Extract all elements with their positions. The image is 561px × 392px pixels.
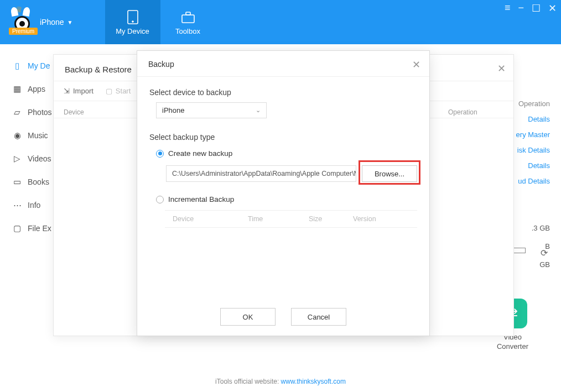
import-button[interactable]: ⇲ Import bbox=[64, 87, 94, 95]
select-device-label: Select device to backup bbox=[149, 88, 417, 97]
incremental-table-header: Device Time Size Version bbox=[165, 210, 417, 228]
logo-area: ♕ Premium iPhone ▼ bbox=[0, 0, 83, 44]
refresh-icon[interactable]: ⟳ bbox=[541, 248, 548, 258]
sidebar-item-label: My De bbox=[28, 61, 50, 70]
backup-path-row: C:\Users\Administrator\AppData\Roaming\A… bbox=[166, 165, 417, 182]
radio-icon bbox=[156, 196, 164, 203]
window-controls: ≡ − ☐ ✕ bbox=[505, 2, 557, 14]
book-icon: ▭ bbox=[12, 177, 22, 187]
info-icon: ⋯ bbox=[12, 200, 22, 210]
radio-incremental[interactable]: Incremental Backup bbox=[149, 193, 417, 206]
close-icon[interactable]: ✕ bbox=[412, 59, 420, 71]
app-header: ♕ Premium iPhone ▼ My Device Toolbox ≡ −… bbox=[0, 0, 561, 44]
import-icon: ⇲ bbox=[64, 87, 70, 95]
dialog-footer: OK Cancel bbox=[137, 308, 429, 326]
cancel-button[interactable]: Cancel bbox=[291, 308, 346, 326]
svg-point-1 bbox=[132, 20, 133, 22]
menu-icon[interactable]: ≡ bbox=[505, 2, 511, 14]
photo-icon: ▱ bbox=[12, 107, 22, 117]
chevron-down-icon: ⌄ bbox=[256, 107, 261, 114]
col-size: Size bbox=[309, 215, 353, 223]
device-label: iPhone bbox=[40, 18, 64, 27]
premium-badge: Premium bbox=[9, 28, 38, 35]
sidebar-item-label: Videos bbox=[28, 154, 51, 163]
website-link[interactable]: www.thinkskysoft.com bbox=[281, 378, 346, 385]
radio-create-new[interactable]: Create new backup bbox=[149, 147, 417, 160]
folder-icon: ▢ bbox=[106, 87, 112, 95]
sidebar-item-label: Info bbox=[28, 201, 40, 210]
device-select[interactable]: iPhone ⌄ bbox=[156, 102, 267, 118]
apps-icon: ▦ bbox=[12, 84, 22, 94]
video-icon: ▷ bbox=[12, 154, 22, 164]
maximize-icon[interactable]: ☐ bbox=[532, 2, 541, 14]
toolbox-icon bbox=[180, 9, 196, 25]
sidebar-item-label: Books bbox=[28, 177, 49, 186]
minimize-icon[interactable]: − bbox=[518, 2, 524, 14]
start-button[interactable]: ▢ Start bbox=[106, 87, 131, 95]
svg-rect-3 bbox=[186, 12, 190, 15]
browse-button[interactable]: Browse... bbox=[362, 165, 417, 182]
ok-button[interactable]: OK bbox=[220, 308, 276, 326]
tablet-icon bbox=[124, 9, 141, 25]
sidebar-item-label: File Ex bbox=[28, 224, 51, 233]
dialog-title: Backup bbox=[137, 51, 429, 77]
radio-icon bbox=[156, 150, 164, 158]
col-version: Version bbox=[353, 215, 403, 223]
col-operation: Operation bbox=[448, 108, 503, 116]
chevron-down-icon: ▼ bbox=[67, 19, 73, 25]
device-dropdown[interactable]: iPhone ▼ bbox=[40, 18, 73, 27]
sidebar-item-label: Music bbox=[28, 131, 48, 140]
folder-icon: ▢ bbox=[12, 223, 22, 233]
device-icon: ▯ bbox=[12, 61, 22, 71]
nav-tabs: My Device Toolbox bbox=[105, 0, 216, 44]
close-icon[interactable]: ✕ bbox=[548, 2, 557, 14]
tab-toolbox[interactable]: Toolbox bbox=[160, 0, 216, 44]
sidebar-item-label: Photos bbox=[28, 108, 52, 117]
music-icon: ◉ bbox=[12, 130, 22, 140]
sidebar-item-label: Apps bbox=[28, 85, 45, 93]
footer: iTools official website: www.thinkskysof… bbox=[0, 378, 561, 385]
tab-my-device[interactable]: My Device bbox=[105, 0, 160, 44]
svg-rect-2 bbox=[182, 15, 194, 23]
col-device: Device bbox=[165, 215, 248, 223]
backup-path-input[interactable]: C:\Users\Administrator\AppData\Roaming\A… bbox=[166, 165, 356, 182]
dialog-backup: Backup ✕ Select device to backup iPhone … bbox=[137, 50, 430, 336]
app-logo-icon: ♕ Premium bbox=[7, 8, 34, 36]
col-time: Time bbox=[248, 215, 309, 223]
select-type-label: Select backup type bbox=[149, 133, 417, 142]
close-icon[interactable]: ✕ bbox=[497, 62, 506, 75]
